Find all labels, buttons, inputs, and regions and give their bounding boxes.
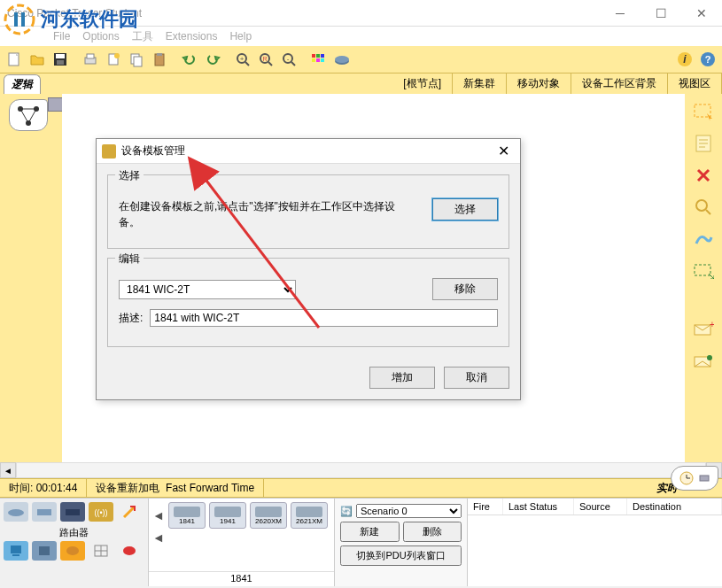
select-tool-icon[interactable] <box>691 101 716 122</box>
svg-text:((•)): ((•)) <box>94 508 107 517</box>
connection-category-icon[interactable] <box>117 502 142 522</box>
help-icon[interactable]: ? <box>697 49 718 70</box>
wan-category-icon[interactable] <box>60 541 85 561</box>
menu-view[interactable]: 工具 <box>132 29 153 44</box>
workspace-bg-button[interactable]: 设备工作区背景 <box>571 74 668 95</box>
svg-text:+: + <box>710 321 714 329</box>
zoom-in-icon[interactable]: + <box>232 49 253 70</box>
svg-rect-61 <box>37 509 51 515</box>
wireless-category-icon[interactable]: ((•)) <box>89 502 113 522</box>
device-model-1941[interactable]: 1941 <box>209 502 246 529</box>
main-toolbar: + R - i ? <box>0 46 722 73</box>
svg-rect-65 <box>12 554 19 556</box>
open-file-icon[interactable] <box>27 49 48 70</box>
current-model-label: 1841 <box>149 571 334 584</box>
device-model-2621xm[interactable]: 2621XM <box>291 502 328 529</box>
inspect-tool-icon[interactable] <box>691 197 716 218</box>
device-category-label: 路由器 <box>4 524 144 541</box>
security-category-icon[interactable] <box>32 541 57 561</box>
time-value: 00:01:44 <box>36 482 78 494</box>
undo-icon[interactable] <box>179 49 200 70</box>
palette-icon[interactable] <box>308 49 330 70</box>
model-scroll-left2-icon[interactable]: ◄ <box>152 530 165 545</box>
new-cluster-button[interactable]: 新集群 <box>453 74 507 95</box>
router-category-icon[interactable] <box>4 502 28 522</box>
menu-help[interactable]: Help <box>229 30 252 43</box>
paste-icon[interactable] <box>149 49 170 70</box>
description-input[interactable] <box>150 309 498 327</box>
horizontal-scrollbar[interactable]: ◄ ► <box>0 462 722 478</box>
redo-icon[interactable] <box>202 49 223 70</box>
scroll-track[interactable] <box>16 462 706 478</box>
scenario-new-button[interactable]: 新建 <box>340 522 400 542</box>
end-device-category-icon[interactable] <box>4 541 28 561</box>
add-button[interactable]: 增加 <box>369 367 435 389</box>
note-tool-icon[interactable] <box>691 133 716 154</box>
svg-rect-64 <box>11 545 21 553</box>
svg-text:R: R <box>262 56 267 62</box>
scenario-switch-button[interactable]: 切换到PDU列表窗口 <box>340 545 462 566</box>
zoom-reset-icon[interactable]: R <box>255 49 276 70</box>
menu-extensions[interactable]: Extensions <box>166 30 218 43</box>
svg-rect-66 <box>39 546 50 555</box>
scroll-left-icon[interactable]: ◄ <box>0 462 16 478</box>
cancel-button[interactable]: 取消 <box>444 367 509 389</box>
svg-rect-51 <box>695 265 710 275</box>
simple-pdu-icon[interactable]: + <box>691 319 716 340</box>
close-button[interactable]: ✕ <box>681 0 722 27</box>
model-scroll-left-icon[interactable]: ◄ <box>152 508 165 522</box>
col-source: Source <box>574 499 627 514</box>
device-small-icon <box>698 472 710 484</box>
delete-tool-icon[interactable] <box>691 165 716 186</box>
minimize-button[interactable]: ─ <box>600 0 640 27</box>
select-button[interactable]: 选择 <box>432 198 498 220</box>
svg-point-55 <box>707 355 712 360</box>
device-model-1841[interactable]: 1841 <box>168 502 206 529</box>
custom-category-icon[interactable] <box>89 541 113 561</box>
maximize-button[interactable]: ☐ <box>640 0 681 27</box>
wizard-icon[interactable] <box>103 49 124 70</box>
scenario-cycle-icon[interactable]: 🔄 <box>340 506 353 517</box>
svg-point-10 <box>114 53 120 58</box>
svg-rect-27 <box>312 58 315 62</box>
select-description: 在创建设备模板之前,请点击"选择"按钮并在工作区中选择设备。 <box>119 198 415 230</box>
topology-node-icon[interactable] <box>9 99 48 131</box>
device-category-panel: ((•)) 路由器 <box>0 499 149 586</box>
multiuser-category-icon[interactable] <box>117 541 142 561</box>
device-model-list: ◄ 1841 1941 2620XM 2621XM ◄ 1841 <box>149 499 335 586</box>
print-icon[interactable] <box>80 49 101 70</box>
remove-button[interactable]: 移除 <box>432 278 498 300</box>
realtime-tab[interactable] <box>671 466 718 491</box>
menu-options[interactable]: Options <box>82 30 119 43</box>
svg-rect-25 <box>316 54 320 58</box>
root-node-button[interactable]: [根节点] <box>392 74 453 95</box>
zoom-out-icon[interactable]: - <box>278 49 299 70</box>
svg-text:+: + <box>240 55 245 63</box>
switch-category-icon[interactable] <box>32 502 57 522</box>
svg-rect-59 <box>700 476 709 481</box>
new-file-icon[interactable] <box>4 49 25 70</box>
copy-icon[interactable] <box>126 49 147 70</box>
save-icon[interactable] <box>50 49 71 70</box>
resize-tool-icon[interactable] <box>691 260 716 282</box>
scenario-select[interactable]: Scenario 0 <box>356 504 462 518</box>
logic-tab[interactable]: 逻辑 <box>4 74 41 94</box>
menu-file[interactable]: File <box>53 30 70 43</box>
svg-text:?: ? <box>705 54 711 65</box>
complex-pdu-icon[interactable] <box>691 351 716 372</box>
scenario-delete-button[interactable]: 删除 <box>403 522 462 542</box>
power-cycle-button[interactable]: 设备重新加电 Fast Forward Time <box>87 479 264 497</box>
svg-point-49 <box>696 200 707 211</box>
template-select[interactable]: 1841 WIC-2T <box>119 280 296 299</box>
col-destination: Destination <box>627 499 722 514</box>
move-object-button[interactable]: 移动对象 <box>507 74 571 95</box>
svg-rect-28 <box>316 58 320 62</box>
draw-tool-icon[interactable] <box>691 228 716 250</box>
viewport-button[interactable]: 视图区 <box>668 74 722 95</box>
dialog-close-button[interactable]: ✕ <box>493 143 515 159</box>
hub-category-icon[interactable] <box>60 502 85 522</box>
device-model-2620xm[interactable]: 2620XM <box>250 502 287 529</box>
device-dialog-icon[interactable] <box>331 49 353 70</box>
dialog-title: 设备模板管理 <box>121 143 185 159</box>
info-icon[interactable]: i <box>674 49 695 70</box>
